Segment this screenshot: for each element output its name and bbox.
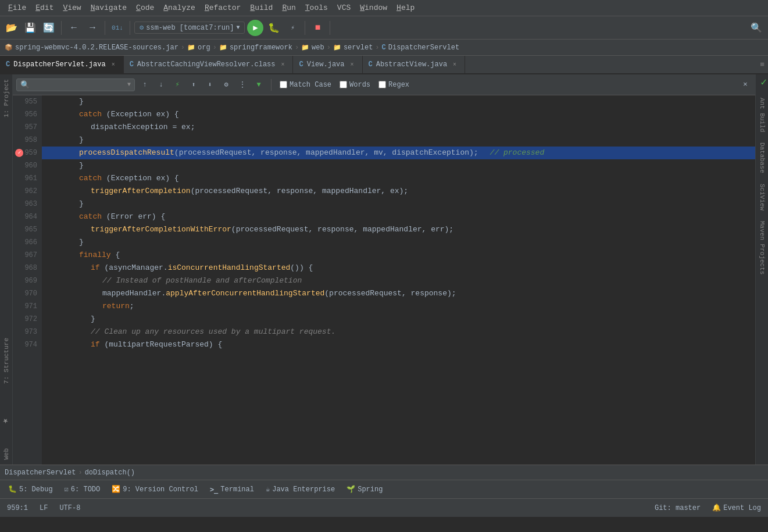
menu-file[interactable]: File xyxy=(5,2,30,13)
prev-result-button[interactable]: ↑ xyxy=(138,78,151,91)
search-close-button[interactable]: × xyxy=(739,78,752,91)
tab-icon-1: C xyxy=(130,60,134,69)
tab-abstractcachingviewresolver[interactable]: C AbstractCachingViewResolver.class × xyxy=(124,56,294,73)
menu-tools[interactable]: Tools xyxy=(302,2,331,13)
breadcrumb-springframework[interactable]: 📁 springframework xyxy=(219,44,292,52)
code-content[interactable]: } catch (Exception ex) { dispatchExcepti… xyxy=(42,95,755,465)
menu-view[interactable]: View xyxy=(59,2,84,13)
coverage-button[interactable]: ⚡ xyxy=(284,20,301,36)
filter-results-button[interactable]: ▼ xyxy=(252,78,265,91)
regex-checkbox[interactable] xyxy=(378,81,386,88)
sidebar-database[interactable]: Database xyxy=(757,138,767,178)
regex-option[interactable]: Regex xyxy=(376,80,412,90)
code-line-956: catch (Exception ex) { xyxy=(42,108,755,121)
debug-button[interactable]: 🐛 xyxy=(266,20,282,36)
code-line-965: triggerAfterCompletionWithError(processe… xyxy=(42,223,755,236)
breadcrumb-web[interactable]: 📁 web xyxy=(301,44,324,52)
sync-button[interactable]: 🔄 xyxy=(41,20,57,36)
run-button[interactable]: ▶ xyxy=(247,20,263,36)
nav-up-button[interactable]: ⬆ xyxy=(187,78,200,91)
event-log-button[interactable]: 🔔 Event Log xyxy=(710,502,763,513)
stop-button[interactable]: ■ xyxy=(309,20,326,36)
open-folder-button[interactable]: 📂 xyxy=(3,20,20,36)
search-input[interactable] xyxy=(32,81,125,89)
breadcrumb-bottom-method[interactable]: doDispatch() xyxy=(85,469,135,477)
run-config-selector[interactable]: ⚙ ssm-web [tomcat7:run] ▼ xyxy=(134,22,245,34)
terminal-tool-button[interactable]: >_ Terminal xyxy=(206,484,258,495)
menu-edit[interactable]: Edit xyxy=(32,2,57,13)
spring-label: Spring xyxy=(358,485,383,494)
tab-dispatcherservlet[interactable]: C DispatcherServlet.java × xyxy=(0,56,124,73)
search-icon: 🔍 xyxy=(20,80,30,90)
menu-window[interactable]: Window xyxy=(356,2,391,13)
menu-build[interactable]: Build xyxy=(247,2,276,13)
left-sidebar: 1: Project 7: Structure ★ Web xyxy=(0,74,13,465)
vcs-tool-button[interactable]: 🔀 9: Version Control xyxy=(108,484,202,495)
forward-button[interactable]: → xyxy=(84,20,101,36)
menu-code[interactable]: Code xyxy=(133,2,158,13)
sidebar-ant-build[interactable]: Ant Build xyxy=(757,93,767,137)
next-result-button[interactable]: ↓ xyxy=(155,78,167,91)
tab-overflow-icon[interactable]: ≡ xyxy=(760,60,765,69)
search-everywhere-button[interactable]: 🔍 xyxy=(748,20,765,36)
settings-button[interactable]: ⚙ xyxy=(220,78,233,91)
spring-tool-button[interactable]: 🌱 Spring xyxy=(343,484,386,495)
sidebar-item-favorites[interactable]: ★ xyxy=(0,412,13,432)
sidebar-item-structure[interactable]: 7: Structure xyxy=(1,333,12,388)
tab-close-0[interactable]: × xyxy=(109,60,117,69)
tab-view[interactable]: C View.java × xyxy=(293,56,362,73)
code-line-970: mappedHandler.applyAfterConcurrentHandli… xyxy=(42,287,755,300)
menu-vcs[interactable]: VCS xyxy=(334,2,354,13)
menu-analyze[interactable]: Analyze xyxy=(160,2,199,13)
tab-icon-3: C xyxy=(369,60,373,69)
run-config-dropdown-icon: ▼ xyxy=(236,24,240,31)
status-line-label: 959:1 xyxy=(7,504,28,512)
todo-tool-button[interactable]: ☑ 6: TODO xyxy=(61,484,104,495)
breadcrumb-bottom-class[interactable]: DispatcherServlet xyxy=(5,469,76,477)
back-button[interactable]: ← xyxy=(66,20,82,36)
nav-down-button[interactable]: ⬇ xyxy=(203,78,216,91)
gutter-968: 968 xyxy=(24,262,37,274)
words-option[interactable]: Words xyxy=(337,80,373,90)
status-encoding[interactable]: UTF-8 xyxy=(57,503,83,513)
java-enterprise-icon: ☕ xyxy=(266,485,270,494)
breadcrumb-servlet[interactable]: 📁 servlet xyxy=(333,44,373,52)
sidebar-item-web[interactable]: Web xyxy=(1,444,12,465)
more-options-button[interactable]: ⋮ xyxy=(236,78,249,91)
menu-run[interactable]: Run xyxy=(278,2,299,13)
sidebar-item-project[interactable]: 1: Project xyxy=(1,74,12,122)
gutter-974: 974 xyxy=(24,338,37,351)
match-case-checkbox[interactable] xyxy=(280,81,287,88)
sidebar-sciview[interactable]: SciView xyxy=(757,179,767,215)
gutter-955: 955 xyxy=(24,95,37,108)
code-line-959: processDispatchResult(processedRequest, … xyxy=(42,147,755,159)
breadcrumb-org[interactable]: 📁 org xyxy=(187,44,210,52)
search-dropdown-icon[interactable]: ▼ xyxy=(127,81,131,88)
menu-help[interactable]: Help xyxy=(393,2,418,13)
tab-close-1[interactable]: × xyxy=(278,60,287,69)
sidebar-maven[interactable]: Maven Projects xyxy=(757,216,767,279)
commit-button[interactable]: 01↓ xyxy=(109,20,126,36)
vcs-tool-icon: 🔀 xyxy=(112,485,120,494)
match-case-option[interactable]: Match Case xyxy=(277,80,334,90)
tab-close-2[interactable]: × xyxy=(348,60,356,69)
gutter-957: 957 xyxy=(24,121,37,134)
status-line-col[interactable]: 959:1 xyxy=(5,503,30,513)
breadcrumb-class[interactable]: C DispatcherServlet xyxy=(382,44,460,52)
tab-abstractview[interactable]: C AbstractView.java × xyxy=(363,56,466,73)
save-button[interactable]: 💾 xyxy=(22,20,38,36)
words-checkbox[interactable] xyxy=(340,81,347,88)
debug-tool-button[interactable]: 🐛 5: Debug xyxy=(5,484,56,495)
java-enterprise-tool-button[interactable]: ☕ Java Enterprise xyxy=(262,484,338,495)
menu-navigate[interactable]: Navigate xyxy=(87,2,130,13)
breadcrumb-jar[interactable]: spring-webmvc-4.0.2.RELEASE-sources.jar xyxy=(15,44,178,52)
tab-close-3[interactable]: × xyxy=(451,60,459,69)
status-git[interactable]: Git: master xyxy=(652,503,703,513)
gutter-966: 966 xyxy=(24,236,37,249)
code-line-963: } xyxy=(42,198,755,210)
search-separator xyxy=(271,79,272,91)
gutter-970: 970 xyxy=(24,287,37,300)
status-lf[interactable]: LF xyxy=(37,503,50,513)
filter-button[interactable]: ⚡ xyxy=(171,78,184,91)
menu-refactor[interactable]: Refactor xyxy=(201,2,244,13)
